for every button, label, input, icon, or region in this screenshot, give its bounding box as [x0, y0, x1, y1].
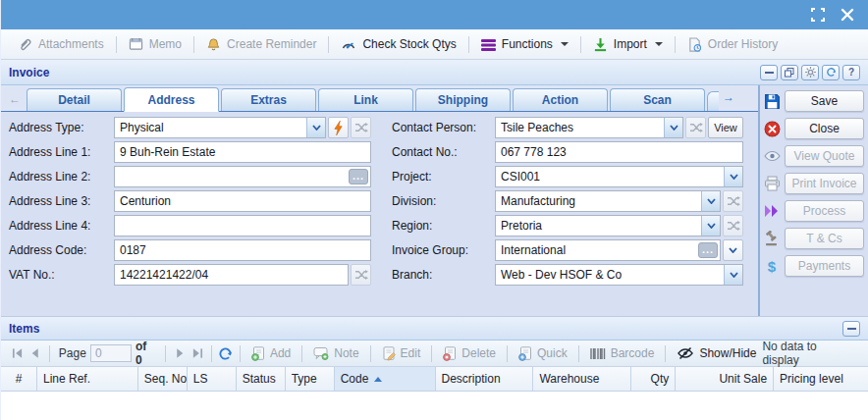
division-combo[interactable]: [495, 190, 721, 212]
lightning-button[interactable]: [328, 117, 349, 138]
chevron-down-icon[interactable]: [724, 167, 742, 186]
contact-person-combo[interactable]: [495, 117, 683, 138]
tab-shipping[interactable]: Shipping: [415, 88, 511, 111]
next-page-icon[interactable]: [171, 344, 189, 362]
show-hide-button[interactable]: Show/Hide: [671, 342, 762, 364]
invoice-panel-header: Invoice ?: [1, 60, 868, 85]
separator: [580, 36, 581, 53]
column-header-line-ref[interactable]: Line Ref.: [37, 367, 138, 391]
add-button[interactable]: Add: [245, 342, 297, 364]
column-header-status[interactable]: Status: [237, 367, 286, 391]
tab-detail[interactable]: Detail: [27, 88, 122, 111]
edit-button[interactable]: Edit: [376, 342, 427, 364]
minimize-panel-button[interactable]: [760, 65, 778, 80]
shuffle-button[interactable]: [351, 117, 371, 138]
ellipsis-button[interactable]: ...: [698, 242, 718, 258]
fullscreen-icon[interactable]: [811, 8, 825, 22]
address-type-input[interactable]: [115, 118, 306, 137]
region-input[interactable]: [496, 216, 701, 236]
process-button[interactable]: Process: [785, 200, 864, 222]
print-invoice-button[interactable]: Print Invoice: [785, 173, 864, 194]
order-history-icon: [687, 37, 702, 52]
shuffle-button[interactable]: [685, 117, 706, 138]
project-combo[interactable]: [495, 166, 743, 187]
address-code-input[interactable]: [114, 239, 371, 261]
functions-button[interactable]: Functions: [472, 32, 577, 56]
project-input[interactable]: [496, 167, 724, 186]
branch-combo[interactable]: [495, 264, 743, 286]
tab-scroll-left-icon[interactable]: ←: [5, 89, 25, 109]
first-page-icon[interactable]: [9, 344, 27, 362]
page-number-input[interactable]: [90, 344, 132, 362]
contact-person-input[interactable]: [496, 118, 664, 137]
import-button[interactable]: Import: [584, 32, 672, 56]
address-type-combo[interactable]: [114, 117, 326, 138]
cascade-windows-button[interactable]: [781, 65, 798, 80]
column-header-qty[interactable]: Qty: [631, 367, 676, 391]
tab-action[interactable]: Action: [513, 88, 608, 111]
project-label: Project:: [392, 170, 495, 184]
column-header-description[interactable]: Description: [436, 367, 534, 391]
chevron-down-icon[interactable]: [701, 191, 720, 211]
address-line1-input[interactable]: [114, 141, 371, 163]
region-combo[interactable]: [495, 215, 721, 236]
create-reminder-button[interactable]: Create Reminder: [197, 32, 325, 56]
address-line4-input[interactable]: [114, 215, 371, 236]
quick-button[interactable]: Quick: [513, 342, 573, 364]
column-header-pricing-level[interactable]: Pricing level: [774, 367, 868, 391]
close-row: Close: [762, 117, 864, 140]
gear-button[interactable]: [801, 65, 819, 80]
help-button[interactable]: ?: [842, 65, 860, 80]
column-header-warehouse[interactable]: Warehouse: [533, 367, 631, 391]
tab-scan[interactable]: Scan: [610, 88, 705, 111]
barcode-button[interactable]: Barcode: [584, 342, 661, 364]
column-header-number[interactable]: #: [1, 367, 37, 391]
view-quote-button[interactable]: View Quote: [785, 145, 864, 167]
save-button[interactable]: Save: [785, 90, 864, 112]
division-input[interactable]: [496, 191, 701, 211]
tab-scroll-right-icon[interactable]: →: [719, 87, 738, 107]
contact-no-input[interactable]: [495, 141, 743, 163]
close-button[interactable]: Close: [785, 118, 864, 139]
chevron-down-icon[interactable]: [664, 118, 682, 137]
refresh-panel-button[interactable]: [822, 65, 840, 80]
refresh-icon[interactable]: [217, 344, 235, 362]
check-stock-qtys-button[interactable]: Check Stock Qtys: [332, 32, 464, 56]
last-page-icon[interactable]: [189, 344, 206, 362]
shuffle-button[interactable]: [723, 215, 743, 236]
payments-button[interactable]: Payments: [785, 255, 864, 277]
chevron-down-icon[interactable]: [701, 216, 720, 236]
add-label: Add: [270, 346, 291, 360]
column-header-code[interactable]: Code: [335, 367, 436, 391]
order-history-button[interactable]: Order History: [678, 32, 787, 56]
chevron-down-icon[interactable]: [306, 118, 325, 137]
tab-link[interactable]: Link: [318, 88, 413, 111]
vat-no-input[interactable]: [114, 264, 349, 286]
address-line3-input[interactable]: [114, 190, 371, 212]
delete-button[interactable]: Delete: [437, 342, 502, 364]
ellipsis-button[interactable]: ...: [349, 169, 368, 184]
column-header-unit-sale[interactable]: Unit Sale: [676, 367, 774, 391]
chevron-down-button[interactable]: [723, 239, 743, 261]
shuffle-button[interactable]: [723, 190, 743, 212]
address-line2-input[interactable]: [114, 166, 371, 187]
close-icon[interactable]: [841, 8, 854, 22]
invoice-group-input[interactable]: [495, 239, 721, 261]
shuffle-button[interactable]: [351, 264, 371, 286]
column-header-type[interactable]: Type: [286, 367, 335, 391]
attachments-button[interactable]: Attachments: [9, 32, 113, 56]
tab-extras[interactable]: Extras: [221, 88, 316, 111]
minimize-items-button[interactable]: [842, 321, 860, 337]
tcs-button[interactable]: T & Cs: [785, 228, 864, 249]
chevron-down-icon[interactable]: [724, 265, 742, 285]
tab-address[interactable]: Address: [124, 87, 219, 112]
view-contact-button[interactable]: View: [708, 117, 743, 138]
column-header-seq-no[interactable]: Seq. No.: [138, 367, 188, 391]
items-grid-body[interactable]: [1, 392, 868, 420]
separator: [507, 345, 508, 362]
note-button[interactable]: Note: [307, 342, 364, 364]
prev-page-icon[interactable]: [27, 344, 44, 362]
column-header-ls[interactable]: LS: [188, 367, 237, 391]
branch-input[interactable]: [496, 265, 724, 285]
memo-button[interactable]: Memo: [120, 32, 190, 56]
